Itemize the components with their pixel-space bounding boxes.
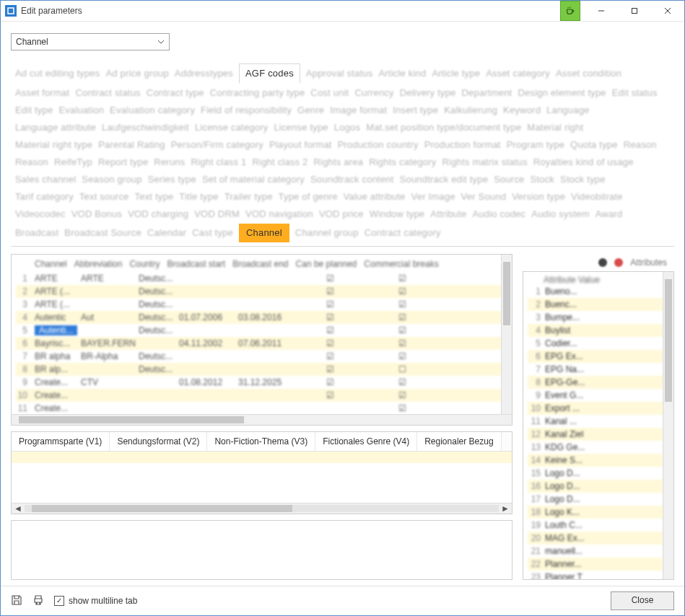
tab-blurred[interactable]: Window type — [370, 206, 425, 222]
tab-blurred[interactable]: License type — [274, 120, 328, 136]
tab-blurred[interactable]: Source — [494, 172, 524, 188]
tab-blurred[interactable]: Parental Rating — [98, 137, 165, 153]
delete-icon[interactable] — [614, 258, 623, 267]
tab-blurred[interactable]: Playout format — [269, 137, 332, 153]
tab-blurred[interactable]: Mat.set position type/document type — [366, 120, 521, 136]
tab-blurred[interactable]: Version type — [512, 189, 565, 205]
tab-blurred[interactable]: Ad price group — [105, 66, 168, 82]
tab-blurred[interactable]: Videocodec — [15, 206, 66, 222]
tab-channel[interactable]: Channel — [239, 224, 289, 242]
tab-blurred[interactable]: Trailer type — [224, 189, 273, 205]
attr-row[interactable]: 22Planner... — [528, 558, 669, 571]
tab-blurred[interactable]: Value attribute — [344, 189, 406, 205]
tab-blurred[interactable]: Calendar — [147, 225, 186, 241]
tab-blurred[interactable]: Delivery type — [400, 85, 456, 101]
tab-blurred[interactable]: Image format — [330, 102, 387, 118]
table-row[interactable]: 5Autenti...Deutsc...☑☑ — [16, 324, 507, 337]
tab-blurred[interactable]: Evaluation — [58, 102, 104, 118]
subtab[interactable]: Programmsparte (V1) — [12, 432, 110, 451]
tab-blurred[interactable]: Cost unit — [310, 85, 349, 101]
close-button[interactable]: Close — [611, 591, 674, 610]
tab-blurred[interactable]: Contract status — [75, 85, 140, 101]
tab-blurred[interactable]: Rights category — [369, 154, 436, 170]
tab-blurred[interactable]: Addresstypes — [175, 66, 233, 82]
tab-blurred[interactable]: Type of genre — [279, 189, 338, 205]
tab-blurred[interactable]: Keyword — [503, 102, 541, 118]
tab-blurred[interactable]: License category — [195, 120, 268, 136]
minimize-button[interactable] — [585, 1, 618, 21]
table-row[interactable]: 3ARTE (...Deutsc...☑☑ — [16, 298, 507, 311]
tab-blurred[interactable]: Logos — [334, 120, 360, 136]
tab-blurred[interactable]: Contracting party type — [210, 85, 305, 101]
channel-grid[interactable]: ChannelAbbreviationCountryBroadcast star… — [11, 254, 512, 426]
tab-blurred[interactable]: Evaluation category — [110, 102, 195, 118]
tab-blurred[interactable]: Insert type — [393, 102, 438, 118]
print-icon[interactable] — [32, 594, 45, 607]
table-row[interactable]: 2ARTE (...Deutsc...☑☑ — [16, 285, 507, 298]
tab-blurred[interactable]: VOD navigation — [245, 206, 313, 222]
tab-blurred[interactable]: Production country — [338, 137, 419, 153]
tab-blurred[interactable]: Stock type — [560, 172, 606, 188]
table-row[interactable]: 10Create...☑☑ — [16, 389, 507, 402]
attributes-panel[interactable]: Attribute Value 1Bueno...2Buenc...3Bumpe… — [523, 271, 674, 580]
table-row[interactable]: 9Create...CTV01.08.201231.12.2025☑☑ — [16, 376, 507, 389]
tab-blurred[interactable]: Language attribute — [15, 120, 96, 136]
record-icon[interactable] — [598, 258, 607, 267]
attr-row[interactable]: 19Louth C... — [528, 519, 669, 532]
grid-scrollbar-v[interactable] — [501, 255, 512, 414]
tab-blurred[interactable]: Contract category — [365, 225, 441, 241]
table-row[interactable]: 4AutenticAutDeutsc...01.07.200603.08.201… — [16, 311, 507, 324]
tab-agf-codes[interactable]: AGF codes — [239, 63, 300, 84]
attr-row[interactable]: 13KDG Ge... — [528, 441, 669, 454]
attr-row[interactable]: 17Logo D... — [528, 493, 669, 506]
attr-row[interactable]: 11Kanal ... — [528, 415, 669, 428]
tab-blurred[interactable]: Reruns — [154, 154, 185, 170]
tab-blurred[interactable]: ReifeTyp — [54, 154, 92, 170]
tab-blurred[interactable]: Series type — [148, 172, 196, 188]
tab-blurred[interactable]: Season group — [82, 172, 141, 188]
tab-blurred[interactable]: Asset category — [486, 66, 550, 82]
tab-blurred[interactable]: Language — [546, 102, 589, 118]
scroll-left-icon[interactable]: ◄ — [13, 503, 23, 514]
tab-blurred[interactable]: Cast type — [192, 225, 233, 241]
tab-blurred[interactable]: Production format — [424, 137, 501, 153]
tab-blurred[interactable]: Report type — [98, 154, 148, 170]
tab-blurred[interactable]: Sales channel — [15, 172, 76, 188]
scroll-right-icon[interactable]: ► — [500, 503, 510, 514]
tab-blurred[interactable]: Contract type — [147, 85, 204, 101]
maximize-button[interactable] — [618, 1, 651, 21]
tab-blurred[interactable]: Ad cut editing types — [15, 66, 100, 82]
tab-blurred[interactable]: VOD charging — [128, 206, 188, 222]
tab-blurred[interactable]: Stock — [531, 172, 555, 188]
tab-blurred[interactable]: Soundtrack content — [310, 172, 394, 188]
tab-blurred[interactable]: Videobitrate — [571, 189, 623, 205]
tab-blurred[interactable]: Edit status — [612, 85, 658, 101]
tab-blurred[interactable]: Laufgeschwindigkeit — [102, 120, 189, 136]
subtab[interactable]: Sendungsformat (V2) — [110, 432, 207, 451]
tab-blurred[interactable]: Person/Firm category — [171, 137, 263, 153]
attr-row[interactable]: 15Logo D... — [528, 467, 669, 480]
tab-blurred[interactable]: Material right — [527, 120, 583, 136]
tab-blurred[interactable]: Currency — [354, 85, 393, 101]
tab-blurred[interactable]: VOD DRM — [194, 206, 240, 222]
attr-row[interactable]: 16Logo D... — [528, 480, 669, 493]
attr-row[interactable]: 4Buylist — [528, 324, 669, 337]
save-icon[interactable] — [11, 594, 24, 607]
tab-blurred[interactable]: Audio codec — [473, 206, 526, 222]
attr-row[interactable]: 14Keine S... — [528, 454, 669, 467]
attr-row[interactable]: 7EPG Na... — [528, 363, 669, 376]
tab-blurred[interactable]: Text type — [135, 189, 174, 205]
attr-row[interactable]: 3Bumpe... — [528, 311, 669, 324]
tab-blurred[interactable]: Article kind — [378, 66, 426, 82]
attr-row[interactable]: 6EPG Ex... — [528, 350, 669, 363]
tab-blurred[interactable]: Edit type — [15, 102, 53, 118]
tab-blurred[interactable]: Approval status — [306, 66, 373, 82]
tab-blurred[interactable]: Rights matrix status — [442, 154, 528, 170]
subtabs-scrollbar-h[interactable]: ◄ ► — [12, 503, 512, 514]
tab-blurred[interactable]: Quota type — [570, 137, 618, 153]
tab-blurred[interactable]: Royalties kind of usage — [533, 154, 634, 170]
close-window-button[interactable] — [651, 1, 684, 21]
attr-scrollbar-v[interactable] — [663, 272, 673, 579]
tab-blurred[interactable]: Program type — [507, 137, 564, 153]
attr-row[interactable]: 9Event G... — [528, 389, 669, 402]
